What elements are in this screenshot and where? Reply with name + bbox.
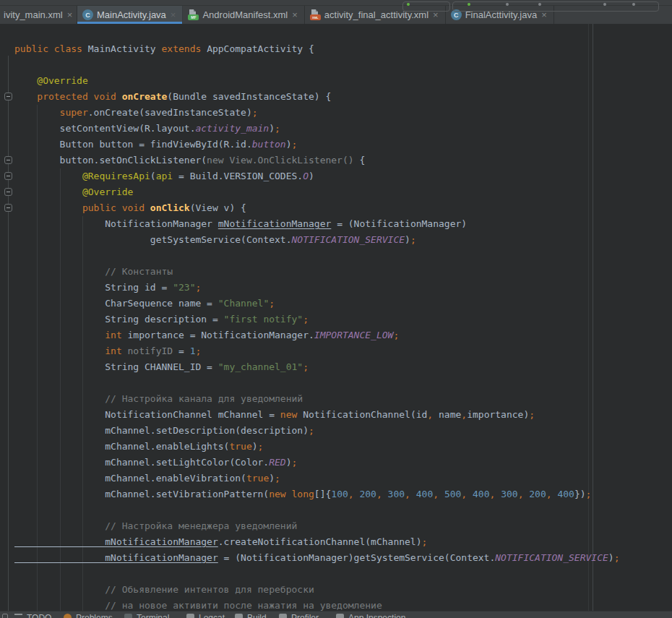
code-token: Button button = findViewById(R.id. <box>14 139 252 150</box>
code-line-16[interactable]: String id = "23"; <box>14 280 672 296</box>
code-line-8[interactable]: button.setOnClickListener(new View.OnCli… <box>14 153 672 168</box>
code-line-28[interactable]: mChannel.enableVibration(true); <box>14 471 672 486</box>
code-line-4[interactable]: protected void onCreate(Bundle savedInst… <box>14 89 672 105</box>
code-line-5[interactable]: super.onCreate(savedInstanceState); <box>14 105 672 121</box>
code-line-25[interactable]: mChannel.setDescription(description); <box>14 423 672 439</box>
tool-window-button-logcat[interactable]: Logcat <box>186 613 225 618</box>
toolbar-icon[interactable] <box>632 3 635 6</box>
code-line-10[interactable]: @Override <box>14 184 672 200</box>
fold-collapse-icon[interactable] <box>4 188 12 196</box>
code-token: 100 <box>331 489 348 499</box>
code-token: ) <box>252 441 258 452</box>
code-token: 300 <box>501 489 517 499</box>
code-token: button.setOnClickListener( <box>14 155 207 166</box>
code-line-31[interactable]: // Настройка менеджера уведомлений <box>14 518 672 534</box>
code-token: String CHANNEL_ID = <box>14 361 218 372</box>
tool-window-button-profiler[interactable]: Profiler <box>279 613 319 618</box>
code-line-9[interactable]: @RequiresApi(api = Build.VERSION_CODES.O… <box>14 168 672 184</box>
code-line-11[interactable]: public void onClick(View v) { <box>14 200 672 216</box>
fold-collapse-icon[interactable] <box>4 156 12 164</box>
tool-window-button-build[interactable]: Build <box>235 613 267 618</box>
fold-collapse-icon[interactable] <box>4 172 12 180</box>
code-token: ; <box>303 314 309 325</box>
code-token: ; <box>195 346 201 356</box>
tab-MainActivity.java[interactable]: CMainActivity.java× <box>77 3 183 24</box>
code-token: ) <box>269 473 275 484</box>
toolbar-icon[interactable] <box>603 3 606 6</box>
code-token: 300 <box>388 489 405 499</box>
tab-label: MainActivity.java <box>97 9 166 20</box>
code-line-27[interactable]: mChannel.setLightColor(Color.RED); <box>14 455 672 471</box>
toolbar-icon[interactable] <box>538 3 541 6</box>
tool-window-button-terminal[interactable]: Terminal <box>124 613 169 618</box>
code-token: @Override <box>14 186 133 197</box>
code-line-23[interactable]: // Настройка канала для уведомлений <box>14 391 672 407</box>
manifest-file-icon: MF <box>188 9 199 20</box>
code-line-19[interactable]: int importance = NotificationManager.IMP… <box>14 327 672 343</box>
code-line-14[interactable] <box>14 248 672 264</box>
code-line-32[interactable]: mNotificationManager.createNotificationC… <box>14 534 672 550</box>
code-token: public void <box>14 202 150 213</box>
device-selector-fragment[interactable] <box>402 1 450 12</box>
tool-window-button-app-inspection[interactable]: App Inspection <box>336 613 405 618</box>
code-line-7[interactable]: Button button = findViewById(R.id.button… <box>14 137 672 153</box>
code-line-30[interactable] <box>14 502 672 518</box>
java-class-icon: C <box>82 9 93 20</box>
code-line-24[interactable]: NotificationChannel mChannel = new Notif… <box>14 407 672 423</box>
code-token: ; <box>292 457 298 468</box>
code-token: new <box>280 409 303 420</box>
code-line-33[interactable]: mNotificationManager = (NotificationMana… <box>14 550 672 566</box>
fold-collapse-icon[interactable] <box>4 204 12 212</box>
code-token: , <box>433 489 439 499</box>
code-line-3[interactable]: @Override <box>14 73 672 89</box>
code-token: mChannel.setVibrationPattern( <box>14 489 269 499</box>
window-stripe-toggle-icon[interactable] <box>2 614 8 618</box>
code-line-1[interactable]: public class MainActivity extends AppCom… <box>14 41 672 57</box>
code-line-18[interactable]: String description = "first notify"; <box>14 312 672 327</box>
code-token: IMPORTANCE_LOW <box>314 330 394 340</box>
code-line-17[interactable]: CharSequence name = "Channel"; <box>14 296 672 312</box>
code-token: , <box>546 489 552 499</box>
code-line-15[interactable]: // Константы <box>14 264 672 280</box>
code-text-area[interactable]: public class MainActivity extends AppCom… <box>14 41 672 614</box>
run-icon[interactable] <box>407 3 410 6</box>
fold-collapse-icon[interactable] <box>4 93 12 100</box>
xml-layout-file-icon: XML <box>310 9 321 20</box>
code-line-35[interactable]: // Обьявление интентов для переброски <box>14 582 672 598</box>
code-token: ; <box>292 139 298 150</box>
code-line-12[interactable]: NotificationManager mNotificationManager… <box>14 216 672 232</box>
main-toolbar-cutoff <box>0 0 672 6</box>
run-configuration-fragment[interactable] <box>452 1 659 12</box>
code-token: = (NotificationManager)getSystemService(… <box>218 552 496 563</box>
toolbar-icon[interactable] <box>506 3 509 6</box>
code-editor[interactable]: public class MainActivity extends AppCom… <box>0 24 672 618</box>
code-token: mNotificationManager <box>14 536 218 547</box>
code-line-2[interactable] <box>14 57 672 73</box>
tab-ivity_main.xml[interactable]: ivity_main.xml× <box>0 6 77 24</box>
code-line-29[interactable]: mChannel.setVibrationPattern(new long[]{… <box>14 486 672 502</box>
tab-close-icon[interactable]: × <box>292 10 298 20</box>
code-line-26[interactable]: mChannel.enableLights(true); <box>14 439 672 455</box>
code-line-21[interactable]: String CHANNEL_ID = "my_channel_01"; <box>14 359 672 375</box>
run-icon[interactable] <box>468 3 470 6</box>
tool-window-button-todo[interactable]: TODO <box>14 613 51 618</box>
code-token: 500 <box>444 489 461 499</box>
tab-AndroidManifest.xml[interactable]: MFAndroidManifest.xml× <box>183 6 304 24</box>
tool-window-button-problems[interactable]: Problems <box>64 613 113 618</box>
code-token: 200 <box>359 489 376 499</box>
code-token: String id = <box>14 282 173 293</box>
code-token: , <box>427 409 433 420</box>
code-token: , <box>461 409 467 420</box>
code-line-6[interactable]: setContentView(R.layout.activity_main); <box>14 121 672 137</box>
code-line-20[interactable]: int notifyID = 1; <box>14 343 672 359</box>
tool-window-bar: TODOProblemsTerminalLogcatBuildProfilerA… <box>0 611 672 618</box>
code-line-22[interactable] <box>14 375 672 391</box>
tab-close-icon[interactable]: × <box>171 10 176 20</box>
code-line-34[interactable] <box>14 566 672 582</box>
tool-window-button-label: Terminal <box>137 613 169 618</box>
code-token: new long <box>269 489 314 499</box>
code-token: int <box>14 346 128 356</box>
tab-close-icon[interactable]: × <box>67 10 73 20</box>
code-line-13[interactable]: getSystemService(Context.NOTIFICATION_SE… <box>14 232 672 248</box>
code-token: // Константы <box>14 266 173 277</box>
